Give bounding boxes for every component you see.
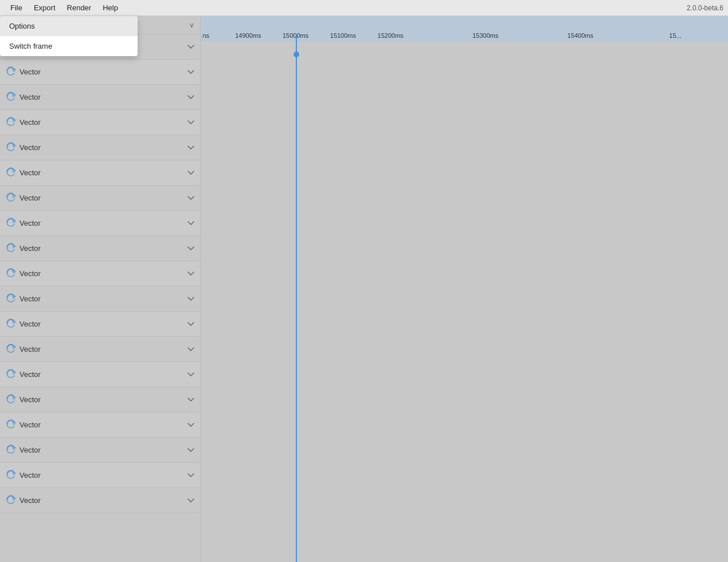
timeline-ruler: ns14900ms15000ms15100ms15200ms15300ms154… (201, 16, 728, 41)
vector-icon-18 (6, 469, 16, 481)
vector-chevron-1[interactable] (187, 44, 194, 50)
vector-row-8[interactable]: Vector (0, 211, 200, 236)
vector-label-17: Vector (19, 446, 41, 454)
vector-label-7: Vector (19, 194, 41, 202)
app-version: 2.0.0-beta.6 (687, 4, 723, 12)
vector-chevron-6[interactable] (187, 170, 194, 176)
vector-label-9: Vector (19, 244, 41, 253)
vector-chevron-3[interactable] (187, 94, 194, 101)
vector-label-8: Vector (19, 219, 41, 227)
vector-chevron-9[interactable] (187, 245, 194, 252)
vector-row-19[interactable]: Vector (0, 488, 200, 513)
vector-chevron-2[interactable] (187, 69, 194, 76)
vector-row-7[interactable]: Vector (0, 186, 200, 211)
vector-icon-6 (6, 167, 16, 179)
ruler-tick: 15400ms (567, 32, 593, 39)
vector-label-5: Vector (19, 143, 41, 152)
vector-icon-9 (6, 242, 16, 254)
ruler-tick: 15300ms (472, 32, 498, 39)
menu-file[interactable]: File (5, 2, 28, 13)
dropdown-item-options[interactable]: Options (0, 16, 138, 36)
vector-label-6: Vector (19, 168, 41, 177)
menu-bar: File Export Render Help 2.0.0-beta.6 Opt… (0, 0, 728, 16)
vector-icon-7 (6, 192, 16, 204)
vector-row-16[interactable]: Vector (0, 412, 200, 438)
vector-icon-14 (6, 368, 16, 380)
ruler-tick: 14900ms (235, 32, 261, 39)
vector-label-16: Vector (19, 420, 41, 429)
vector-icon-3 (6, 91, 16, 103)
vector-row-12[interactable]: Vector (0, 312, 200, 337)
vector-label-2: Vector (19, 68, 41, 76)
vector-icon-12 (6, 318, 16, 330)
main-area: ≡ ∨ Vector Vector Vector Vector Vector V… (0, 16, 728, 562)
ruler-tick: ns (202, 32, 209, 39)
vector-row-15[interactable]: Vector (0, 387, 200, 412)
menu-render[interactable]: Render (61, 2, 97, 13)
vector-chevron-19[interactable] (187, 497, 194, 504)
vector-icon-17 (6, 444, 16, 456)
vector-icon-10 (6, 268, 16, 280)
vector-chevron-13[interactable] (187, 346, 194, 353)
vector-label-15: Vector (19, 395, 41, 404)
vector-row-10[interactable]: Vector (0, 261, 200, 286)
vector-icon-2 (6, 66, 16, 78)
menu-help[interactable]: Help (97, 2, 124, 13)
vector-icon-15 (6, 394, 16, 406)
vector-label-13: Vector (19, 345, 41, 353)
vector-icon-13 (6, 343, 16, 355)
vector-chevron-7[interactable] (187, 195, 194, 202)
vector-label-3: Vector (19, 93, 41, 101)
vector-label-10: Vector (19, 269, 41, 278)
vector-icon-5 (6, 142, 16, 154)
vector-chevron-16[interactable] (187, 422, 194, 429)
ruler-tick: 15200ms (378, 32, 404, 39)
vector-chevron-8[interactable] (187, 220, 194, 227)
vector-icon-8 (6, 217, 16, 229)
vector-chevron-4[interactable] (187, 119, 194, 126)
header-collapse-chevron[interactable]: ∨ (189, 21, 194, 29)
vector-chevron-5[interactable] (187, 144, 194, 151)
vector-icon-4 (6, 116, 16, 128)
vector-row-4[interactable]: Vector (0, 110, 200, 135)
ruler-tick: 15100ms (330, 32, 356, 39)
vector-label-11: Vector (19, 294, 41, 303)
vector-chevron-11[interactable] (187, 296, 194, 302)
vector-label-12: Vector (19, 320, 41, 328)
vector-row-5[interactable]: Vector (0, 135, 200, 160)
vector-row-18[interactable]: Vector (0, 463, 200, 488)
vector-icon-19 (6, 494, 16, 506)
vector-row-6[interactable]: Vector (0, 160, 200, 186)
time-indicator-dot (293, 52, 299, 57)
timeline-panel[interactable]: ns14900ms15000ms15100ms15200ms15300ms154… (201, 16, 728, 562)
vector-icon-11 (6, 293, 16, 305)
vector-chevron-15[interactable] (187, 396, 194, 403)
vector-label-19: Vector (19, 496, 41, 505)
ruler-tick: 15... (669, 32, 681, 39)
vector-label-4: Vector (19, 118, 41, 127)
context-dropdown-menu: Options Switch frame (0, 16, 138, 56)
vector-row-9[interactable]: Vector (0, 236, 200, 261)
vector-row-2[interactable]: Vector (0, 60, 200, 85)
vector-chevron-14[interactable] (187, 371, 194, 378)
vector-row-11[interactable]: Vector (0, 286, 200, 312)
vector-row-14[interactable]: Vector (0, 362, 200, 387)
vector-chevron-18[interactable] (187, 472, 194, 479)
vector-row-3[interactable]: Vector (0, 85, 200, 110)
vector-label-18: Vector (19, 471, 41, 480)
left-panel: ≡ ∨ Vector Vector Vector Vector Vector V… (0, 16, 201, 562)
vector-row-17[interactable]: Vector (0, 438, 200, 463)
vector-chevron-12[interactable] (187, 321, 194, 328)
vector-chevron-17[interactable] (187, 447, 194, 454)
vector-label-14: Vector (19, 370, 41, 379)
vector-list: Vector Vector Vector Vector Vector Vecto… (0, 34, 200, 513)
dropdown-item-switch-frame[interactable]: Switch frame (0, 36, 138, 56)
time-indicator (296, 34, 297, 562)
vector-row-13[interactable]: Vector (0, 337, 200, 362)
menu-export[interactable]: Export (28, 2, 61, 13)
ruler-tick: 15000ms (283, 32, 308, 39)
vector-icon-16 (6, 419, 16, 431)
vector-chevron-10[interactable] (187, 270, 194, 277)
